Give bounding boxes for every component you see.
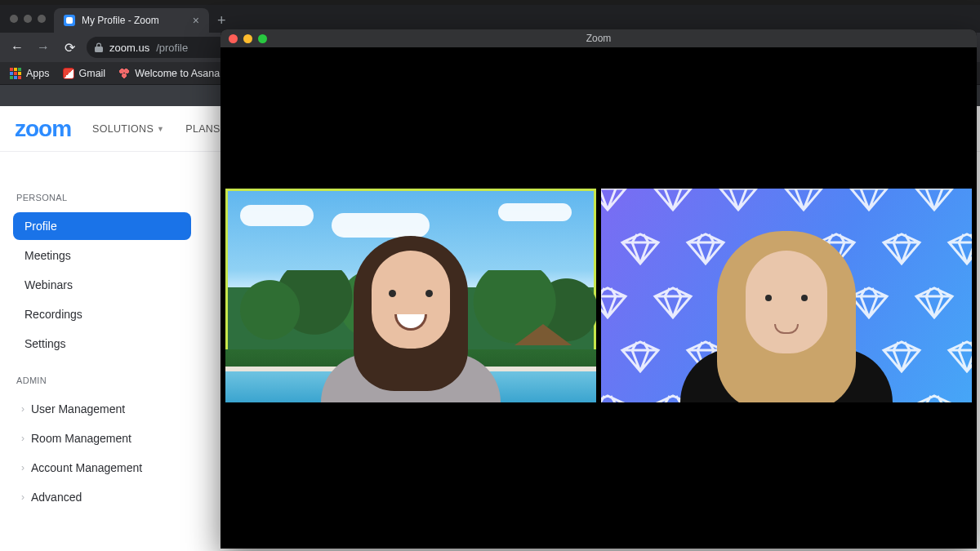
bookmark-label: Welcome to Asana: [135, 68, 220, 79]
bookmark-label: Gmail: [79, 68, 106, 79]
sidebar-item-advanced[interactable]: ›Advanced: [13, 483, 191, 511]
cloud-decoration: [498, 203, 572, 221]
bookmark-asana[interactable]: Welcome to Asana: [118, 68, 220, 79]
window-zoom-dot[interactable]: [38, 15, 46, 23]
tab-close-button[interactable]: ×: [193, 15, 199, 26]
sidebar-item-settings[interactable]: Settings: [13, 330, 191, 358]
video-tile-participant-2[interactable]: [601, 189, 972, 402]
url-host: zoom.us: [109, 42, 149, 54]
section-label-admin: ADMIN: [16, 375, 191, 385]
zoom-app-window[interactable]: Zoom: [220, 29, 977, 549]
browser-window-controls[interactable]: [5, 5, 54, 33]
tab-strip: My Profile - Zoom × +: [0, 5, 980, 33]
sidebar-item-label: Account Management: [31, 461, 142, 474]
bookmark-gmail[interactable]: Gmail: [63, 68, 106, 79]
chevron-right-icon: ›: [21, 433, 24, 444]
sidebar-item-webinars[interactable]: Webinars: [13, 271, 191, 299]
caret-down-icon: ▼: [157, 125, 164, 133]
sidebar-item-label: User Management: [31, 402, 125, 415]
zoom-app-titlebar[interactable]: Zoom: [220, 29, 977, 47]
zoom-app-title: Zoom: [220, 33, 977, 44]
sidebar-item-account-management[interactable]: ›Account Management: [13, 454, 191, 482]
zoom-logo[interactable]: zoom: [15, 116, 71, 142]
sidebar-item-recordings[interactable]: Recordings: [13, 300, 191, 328]
sidebar-item-profile[interactable]: Profile: [13, 212, 191, 240]
back-button[interactable]: ←: [8, 38, 26, 56]
window-minimize-dot[interactable]: [24, 15, 32, 23]
sidebar-item-meetings[interactable]: Meetings: [13, 242, 191, 269]
gmail-icon: [63, 68, 74, 79]
apps-icon: [10, 68, 21, 79]
section-label-personal: PERSONAL: [16, 193, 191, 202]
sidebar-item-label: Room Management: [31, 432, 131, 445]
nav-label: SOLUTIONS: [92, 123, 154, 135]
chevron-right-icon: ›: [21, 462, 24, 473]
nav-solutions[interactable]: SOLUTIONS▼: [92, 123, 164, 135]
chevron-right-icon: ›: [21, 491, 24, 503]
sidebar-item-room-management[interactable]: ›Room Management: [13, 424, 191, 452]
sidebar-item-user-management[interactable]: ›User Management: [13, 395, 191, 423]
bookmark-apps[interactable]: Apps: [10, 68, 50, 79]
participant-video: [688, 215, 884, 402]
nav-plans[interactable]: PLANS: [185, 123, 220, 135]
tab-title: My Profile - Zoom: [82, 15, 159, 26]
zoom-favicon: [64, 15, 75, 26]
window-close-dot[interactable]: [10, 15, 18, 23]
bookmark-label: Apps: [26, 68, 50, 79]
cloud-decoration: [240, 205, 314, 226]
lock-icon: [95, 42, 103, 52]
participant-video: [313, 215, 509, 402]
forward-button[interactable]: →: [34, 38, 52, 56]
chevron-right-icon: ›: [21, 403, 24, 415]
zoom-web-sidebar: PERSONAL Profile Meetings Webinars Recor…: [0, 173, 204, 527]
reload-button[interactable]: ⟳: [60, 38, 78, 56]
url-path: /profile: [156, 42, 188, 54]
sidebar-item-label: Advanced: [31, 491, 82, 504]
browser-tab-zoom-profile[interactable]: My Profile - Zoom ×: [54, 8, 209, 33]
video-tile-participant-1[interactable]: [225, 189, 596, 402]
hut-decoration: [514, 324, 572, 360]
asana-icon: [118, 68, 130, 79]
video-grid: [225, 189, 972, 402]
